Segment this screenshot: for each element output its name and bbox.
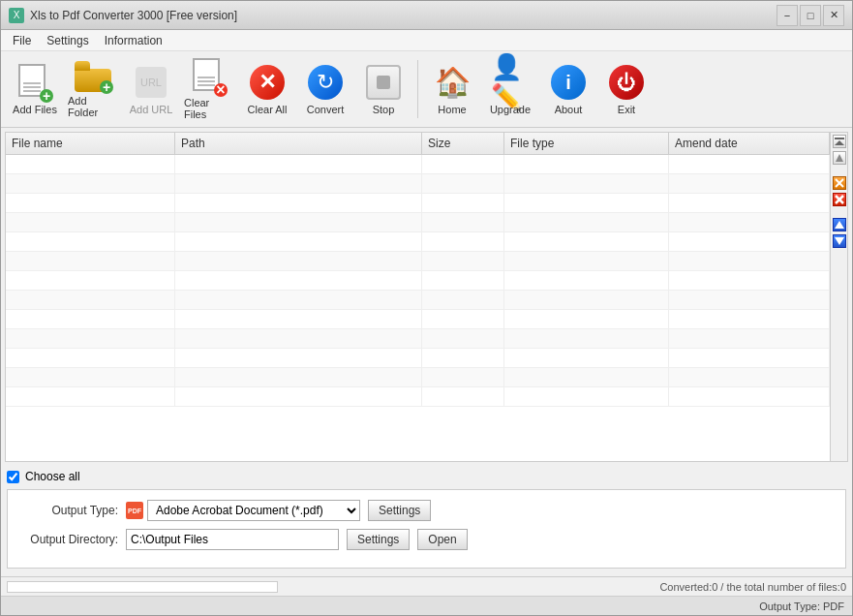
convert-button[interactable]: ↻ Convert (297, 55, 353, 123)
svg-marker-8 (835, 237, 844, 245)
about-icon: i (549, 63, 588, 102)
table-row[interactable] (6, 174, 830, 194)
main-window: X Xls to Pdf Converter 3000 [Free versio… (0, 0, 853, 616)
sidebar-controls (830, 133, 847, 461)
output-type-label: Output Type: (21, 504, 118, 517)
menu-file[interactable]: File (5, 32, 39, 49)
table-row[interactable] (6, 155, 830, 174)
column-filename: File name (6, 133, 175, 154)
choose-all-checkbox[interactable] (7, 471, 19, 483)
output-panel: Output Type: PDF Adobe Acrobat Document … (7, 489, 846, 569)
convert-label: Convert (307, 104, 345, 115)
stop-button[interactable]: Stop (355, 55, 411, 123)
column-size: Size (422, 133, 504, 154)
svg-marker-1 (835, 140, 844, 145)
progress-bar (7, 581, 278, 593)
add-files-label: Add Files (13, 104, 57, 115)
choose-all-row: Choose all (7, 470, 846, 483)
home-button[interactable]: 🏠 Home (424, 55, 480, 123)
file-table-container: File name Path Size File type Amend date (5, 132, 848, 462)
remove-button[interactable] (833, 176, 846, 190)
toolbar: + Add Files + Add Folder URL Add URL (1, 51, 852, 128)
column-filetype: File type (504, 133, 669, 154)
add-url-label: Add URL (130, 104, 173, 115)
close-button[interactable]: ✕ (823, 5, 844, 26)
table-row[interactable] (6, 252, 830, 271)
converted-status: Converted:0 / the total number of files:… (659, 581, 846, 593)
open-directory-button[interactable]: Open (417, 529, 467, 550)
output-type-settings-button[interactable]: Settings (368, 500, 431, 521)
output-directory-settings-button[interactable]: Settings (347, 529, 410, 550)
home-label: Home (438, 104, 466, 115)
exit-label: Exit (618, 104, 635, 115)
about-button[interactable]: i About (540, 55, 596, 123)
add-folder-icon: + (74, 60, 112, 93)
clear-files-button[interactable]: × Clear Files (181, 55, 237, 123)
svg-marker-7 (835, 221, 844, 229)
stop-icon (364, 63, 403, 102)
about-label: About (555, 104, 583, 115)
menu-information[interactable]: Information (97, 32, 170, 49)
table-row[interactable] (6, 271, 830, 291)
output-directory-row: Output Directory: Settings Open (21, 529, 832, 550)
output-directory-input[interactable] (126, 529, 339, 550)
title-bar-left: X Xls to Pdf Converter 3000 [Free versio… (9, 8, 237, 23)
table-header: File name Path Size File type Amend date (6, 133, 830, 155)
column-amenddate: Amend date (669, 133, 830, 154)
svg-marker-2 (836, 154, 843, 162)
file-table: File name Path Size File type Amend date (6, 133, 830, 461)
pdf-icon: PDF (126, 502, 143, 519)
table-row[interactable] (6, 368, 830, 387)
output-select-wrapper: PDF Adobe Acrobat Document (*.pdf) (126, 500, 360, 521)
bottom-area: Choose all Output Type: PDF Adobe Acroba… (1, 466, 852, 576)
clear-files-icon: × (190, 58, 228, 95)
maximize-button[interactable]: □ (800, 5, 821, 26)
stop-label: Stop (373, 104, 395, 115)
table-body (6, 155, 830, 461)
clear-all-icon: ✕ (248, 63, 287, 102)
scroll-up-button[interactable] (833, 151, 846, 165)
scroll-top-button[interactable] (833, 135, 846, 148)
table-row[interactable] (6, 232, 830, 252)
home-icon: 🏠 (433, 63, 472, 102)
menu-bar: File Settings Information (1, 30, 852, 51)
svg-rect-0 (835, 138, 844, 139)
status-bar: Converted:0 / the total number of files:… (1, 576, 852, 596)
table-row[interactable] (6, 387, 830, 407)
minimize-button[interactable]: − (777, 5, 798, 26)
choose-all-label[interactable]: Choose all (25, 470, 80, 483)
delete-button[interactable] (833, 193, 846, 206)
title-bar: X Xls to Pdf Converter 3000 [Free versio… (1, 1, 852, 30)
exit-icon: ⏻ (607, 63, 646, 102)
title-controls: − □ ✕ (777, 5, 844, 26)
add-url-icon: URL (132, 63, 170, 102)
table-row[interactable] (6, 194, 830, 213)
main-content: File name Path Size File type Amend date (1, 128, 852, 576)
exit-button[interactable]: ⏻ Exit (598, 55, 655, 123)
app-icon: X (9, 8, 24, 23)
menu-settings[interactable]: Settings (39, 32, 96, 49)
upgrade-label: Upgrade (490, 104, 531, 115)
output-type-status: Output Type: PDF (759, 601, 844, 612)
table-row[interactable] (6, 349, 830, 368)
move-down-button[interactable] (833, 234, 846, 248)
convert-icon: ↻ (306, 63, 345, 102)
table-row[interactable] (6, 329, 830, 349)
output-type-select[interactable]: Adobe Acrobat Document (*.pdf) (147, 500, 360, 521)
upgrade-icon: 👤✏️ (491, 63, 530, 102)
window-title: Xls to Pdf Converter 3000 [Free version] (30, 9, 237, 22)
table-row[interactable] (6, 310, 830, 329)
table-row[interactable] (6, 291, 830, 310)
clear-all-label: Clear All (248, 104, 288, 115)
upgrade-button[interactable]: 👤✏️ Upgrade (482, 55, 538, 123)
add-folder-label: Add Folder (68, 95, 118, 118)
add-url-button[interactable]: URL Add URL (123, 55, 179, 123)
add-files-button[interactable]: + Add Files (7, 55, 63, 123)
toolbar-separator (417, 60, 418, 118)
move-up-button[interactable] (833, 218, 846, 231)
add-folder-button[interactable]: + Add Folder (65, 55, 121, 123)
output-directory-label: Output Directory: (21, 533, 118, 546)
output-type-row: Output Type: PDF Adobe Acrobat Document … (21, 500, 832, 521)
table-row[interactable] (6, 213, 830, 232)
clear-all-button[interactable]: ✕ Clear All (239, 55, 295, 123)
